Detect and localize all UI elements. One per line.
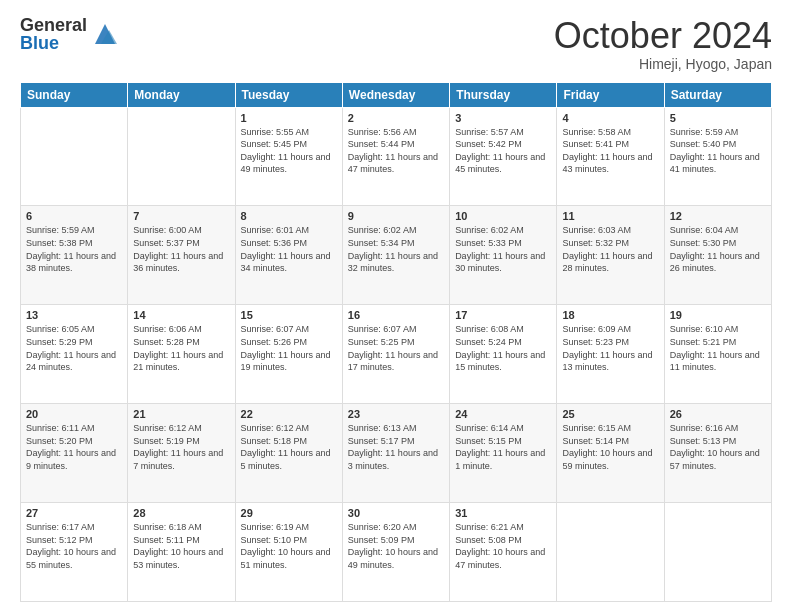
day-info: Sunrise: 5:55 AMSunset: 5:45 PMDaylight:… [241,126,337,176]
day-number: 9 [348,210,444,222]
day-number: 2 [348,112,444,124]
day-info: Sunrise: 5:59 AMSunset: 5:40 PMDaylight:… [670,126,766,176]
day-number: 7 [133,210,229,222]
day-number: 6 [26,210,122,222]
calendar-cell: 30Sunrise: 6:20 AMSunset: 5:09 PMDayligh… [342,503,449,602]
calendar-cell: 19Sunrise: 6:10 AMSunset: 5:21 PMDayligh… [664,305,771,404]
weekday-header-friday: Friday [557,82,664,107]
calendar-cell: 9Sunrise: 6:02 AMSunset: 5:34 PMDaylight… [342,206,449,305]
day-number: 1 [241,112,337,124]
calendar-cell: 26Sunrise: 6:16 AMSunset: 5:13 PMDayligh… [664,404,771,503]
calendar-cell: 14Sunrise: 6:06 AMSunset: 5:28 PMDayligh… [128,305,235,404]
calendar-cell: 17Sunrise: 6:08 AMSunset: 5:24 PMDayligh… [450,305,557,404]
logo: General Blue [20,16,119,52]
calendar: SundayMondayTuesdayWednesdayThursdayFrid… [20,82,772,602]
header: General Blue October 2024 Himeji, Hyogo,… [20,16,772,72]
day-number: 27 [26,507,122,519]
day-info: Sunrise: 6:06 AMSunset: 5:28 PMDaylight:… [133,323,229,373]
calendar-cell: 31Sunrise: 6:21 AMSunset: 5:08 PMDayligh… [450,503,557,602]
day-number: 5 [670,112,766,124]
weekday-header-sunday: Sunday [21,82,128,107]
day-number: 24 [455,408,551,420]
calendar-cell: 12Sunrise: 6:04 AMSunset: 5:30 PMDayligh… [664,206,771,305]
calendar-cell: 28Sunrise: 6:18 AMSunset: 5:11 PMDayligh… [128,503,235,602]
weekday-header-thursday: Thursday [450,82,557,107]
day-number: 15 [241,309,337,321]
day-number: 26 [670,408,766,420]
day-info: Sunrise: 5:58 AMSunset: 5:41 PMDaylight:… [562,126,658,176]
day-number: 12 [670,210,766,222]
day-number: 14 [133,309,229,321]
day-info: Sunrise: 6:07 AMSunset: 5:25 PMDaylight:… [348,323,444,373]
day-info: Sunrise: 6:05 AMSunset: 5:29 PMDaylight:… [26,323,122,373]
day-info: Sunrise: 5:57 AMSunset: 5:42 PMDaylight:… [455,126,551,176]
day-info: Sunrise: 6:10 AMSunset: 5:21 PMDaylight:… [670,323,766,373]
day-info: Sunrise: 5:56 AMSunset: 5:44 PMDaylight:… [348,126,444,176]
weekday-header-wednesday: Wednesday [342,82,449,107]
day-info: Sunrise: 6:07 AMSunset: 5:26 PMDaylight:… [241,323,337,373]
logo-icon [91,20,119,48]
day-number: 31 [455,507,551,519]
weekday-header-monday: Monday [128,82,235,107]
day-info: Sunrise: 6:21 AMSunset: 5:08 PMDaylight:… [455,521,551,571]
calendar-cell: 27Sunrise: 6:17 AMSunset: 5:12 PMDayligh… [21,503,128,602]
calendar-cell: 4Sunrise: 5:58 AMSunset: 5:41 PMDaylight… [557,107,664,206]
day-number: 3 [455,112,551,124]
day-info: Sunrise: 6:09 AMSunset: 5:23 PMDaylight:… [562,323,658,373]
day-number: 28 [133,507,229,519]
day-info: Sunrise: 6:15 AMSunset: 5:14 PMDaylight:… [562,422,658,472]
calendar-cell: 6Sunrise: 5:59 AMSunset: 5:38 PMDaylight… [21,206,128,305]
calendar-cell: 10Sunrise: 6:02 AMSunset: 5:33 PMDayligh… [450,206,557,305]
calendar-cell [664,503,771,602]
day-number: 29 [241,507,337,519]
day-info: Sunrise: 6:02 AMSunset: 5:34 PMDaylight:… [348,224,444,274]
day-info: Sunrise: 6:12 AMSunset: 5:18 PMDaylight:… [241,422,337,472]
calendar-cell: 11Sunrise: 6:03 AMSunset: 5:32 PMDayligh… [557,206,664,305]
calendar-cell: 22Sunrise: 6:12 AMSunset: 5:18 PMDayligh… [235,404,342,503]
month-title: October 2024 [554,16,772,56]
day-number: 21 [133,408,229,420]
day-info: Sunrise: 6:11 AMSunset: 5:20 PMDaylight:… [26,422,122,472]
calendar-cell: 8Sunrise: 6:01 AMSunset: 5:36 PMDaylight… [235,206,342,305]
day-number: 19 [670,309,766,321]
day-info: Sunrise: 6:13 AMSunset: 5:17 PMDaylight:… [348,422,444,472]
calendar-cell: 16Sunrise: 6:07 AMSunset: 5:25 PMDayligh… [342,305,449,404]
day-info: Sunrise: 6:14 AMSunset: 5:15 PMDaylight:… [455,422,551,472]
title-block: October 2024 Himeji, Hyogo, Japan [554,16,772,72]
day-info: Sunrise: 6:20 AMSunset: 5:09 PMDaylight:… [348,521,444,571]
day-number: 25 [562,408,658,420]
day-number: 4 [562,112,658,124]
calendar-cell [21,107,128,206]
day-number: 20 [26,408,122,420]
day-info: Sunrise: 6:04 AMSunset: 5:30 PMDaylight:… [670,224,766,274]
day-info: Sunrise: 6:03 AMSunset: 5:32 PMDaylight:… [562,224,658,274]
weekday-header-saturday: Saturday [664,82,771,107]
day-info: Sunrise: 6:00 AMSunset: 5:37 PMDaylight:… [133,224,229,274]
day-number: 10 [455,210,551,222]
calendar-cell [128,107,235,206]
calendar-cell: 15Sunrise: 6:07 AMSunset: 5:26 PMDayligh… [235,305,342,404]
day-number: 13 [26,309,122,321]
day-info: Sunrise: 6:18 AMSunset: 5:11 PMDaylight:… [133,521,229,571]
calendar-cell: 13Sunrise: 6:05 AMSunset: 5:29 PMDayligh… [21,305,128,404]
day-number: 16 [348,309,444,321]
day-info: Sunrise: 6:19 AMSunset: 5:10 PMDaylight:… [241,521,337,571]
calendar-cell: 18Sunrise: 6:09 AMSunset: 5:23 PMDayligh… [557,305,664,404]
calendar-cell: 2Sunrise: 5:56 AMSunset: 5:44 PMDaylight… [342,107,449,206]
calendar-cell: 21Sunrise: 6:12 AMSunset: 5:19 PMDayligh… [128,404,235,503]
calendar-cell: 5Sunrise: 5:59 AMSunset: 5:40 PMDaylight… [664,107,771,206]
calendar-cell: 7Sunrise: 6:00 AMSunset: 5:37 PMDaylight… [128,206,235,305]
day-info: Sunrise: 6:08 AMSunset: 5:24 PMDaylight:… [455,323,551,373]
day-info: Sunrise: 6:02 AMSunset: 5:33 PMDaylight:… [455,224,551,274]
calendar-cell: 20Sunrise: 6:11 AMSunset: 5:20 PMDayligh… [21,404,128,503]
day-number: 17 [455,309,551,321]
day-number: 8 [241,210,337,222]
day-number: 11 [562,210,658,222]
calendar-cell: 1Sunrise: 5:55 AMSunset: 5:45 PMDaylight… [235,107,342,206]
day-number: 18 [562,309,658,321]
day-info: Sunrise: 6:12 AMSunset: 5:19 PMDaylight:… [133,422,229,472]
day-info: Sunrise: 6:17 AMSunset: 5:12 PMDaylight:… [26,521,122,571]
day-info: Sunrise: 5:59 AMSunset: 5:38 PMDaylight:… [26,224,122,274]
logo-general-text: General [20,16,87,34]
day-info: Sunrise: 6:16 AMSunset: 5:13 PMDaylight:… [670,422,766,472]
